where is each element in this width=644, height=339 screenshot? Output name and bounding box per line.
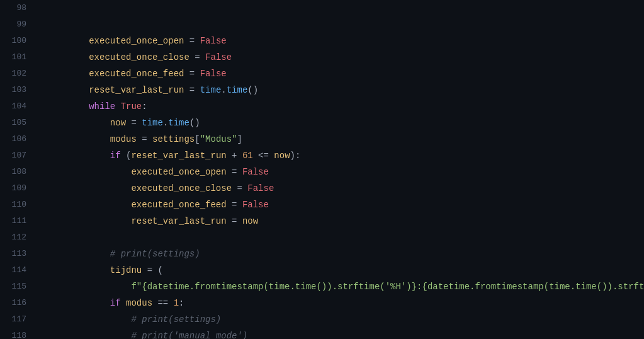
- line-number: 113: [5, 246, 26, 262]
- code-line: modus = settings["Modus"]: [47, 131, 644, 147]
- code-line: now = time.time(): [47, 115, 644, 131]
- code-line: executed_once_feed = False: [47, 197, 644, 213]
- code-line: executed_once_close = False: [47, 49, 644, 66]
- code-line: executed_once_open = False: [47, 33, 644, 49]
- line-number: 118: [5, 328, 26, 339]
- line-number: 112: [5, 229, 26, 246]
- line-number: 104: [5, 98, 26, 115]
- line-number: 108: [5, 164, 26, 180]
- code-line: while True:: [47, 98, 644, 115]
- line-number: 110: [5, 197, 26, 213]
- code-line: if modus == 1:: [47, 295, 644, 311]
- code-line: executed_once_open = False: [47, 164, 644, 180]
- line-number: 109: [5, 180, 26, 197]
- code-line: tijdnu = (: [47, 262, 644, 279]
- line-number: 116: [5, 295, 26, 311]
- code-line: # print('manual mode'): [47, 328, 644, 339]
- line-number: 115: [5, 279, 26, 295]
- line-number: 99: [5, 16, 26, 33]
- line-number: 106: [5, 131, 26, 147]
- code-line: reset_var_last_run = time.time(): [47, 82, 644, 98]
- line-number: 117: [5, 311, 26, 328]
- line-number: 102: [5, 66, 26, 82]
- line-number: 105: [5, 115, 26, 131]
- line-number: 111: [5, 213, 26, 229]
- code-line: executed_once_feed = False: [47, 66, 644, 82]
- code-line: f"{datetime.fromtimestamp(time.time()).s…: [47, 279, 644, 295]
- code-editor: 9899100101102103104105106107108109110111…: [0, 0, 644, 339]
- line-number: 101: [5, 49, 26, 66]
- code-line: [47, 229, 644, 246]
- line-number: 100: [5, 33, 26, 49]
- line-number: 98: [5, 0, 26, 16]
- line-number: 103: [5, 82, 26, 98]
- code-line: if (reset_var_last_run + 61 <= now):: [47, 147, 644, 164]
- code-line: # print(settings): [47, 311, 644, 328]
- code-content: executed_once_open = False executed_once…: [37, 0, 644, 339]
- code-line: # print(settings): [47, 246, 644, 262]
- code-line: reset_var_last_run = now: [47, 213, 644, 229]
- line-number: 114: [5, 262, 26, 279]
- code-line: executed_once_close = False: [47, 180, 644, 197]
- line-number: 107: [5, 147, 26, 164]
- line-number-gutter: 9899100101102103104105106107108109110111…: [0, 0, 37, 339]
